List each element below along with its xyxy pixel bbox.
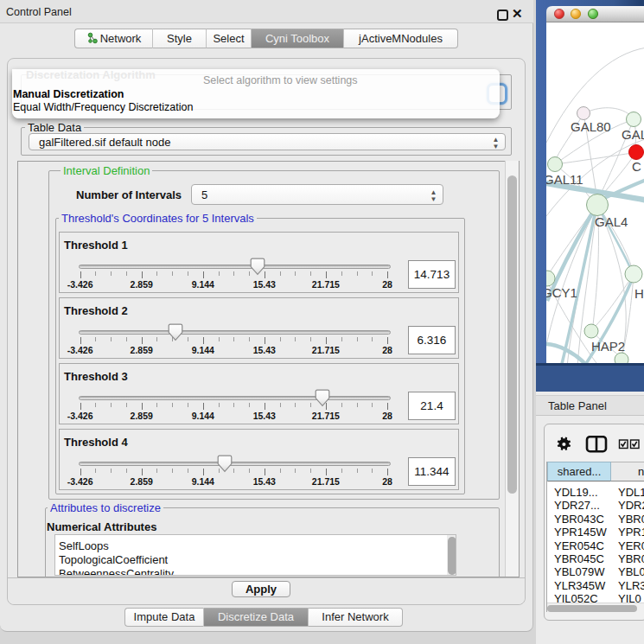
svg-text:HAP2: HAP2: [591, 339, 625, 354]
svg-text:GCY1: GCY1: [542, 285, 577, 300]
svg-text:GAL4: GAL4: [595, 214, 628, 229]
svg-text:GAL3: GAL3: [622, 127, 644, 142]
svg-text:GAL80: GAL80: [571, 119, 611, 134]
svg-text:C: C: [632, 159, 641, 174]
svg-text:GAL11: GAL11: [544, 172, 583, 187]
svg-text:HIS: HIS: [634, 286, 644, 301]
